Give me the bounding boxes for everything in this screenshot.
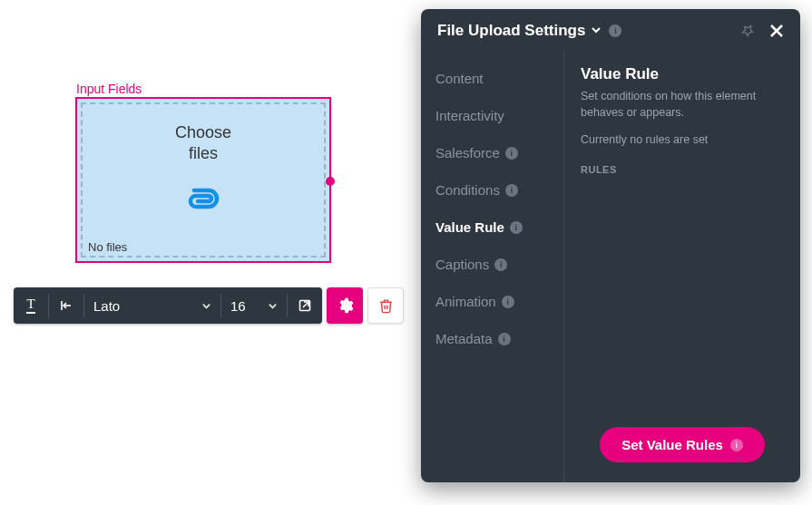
tab-animation[interactable]: Animationi bbox=[421, 285, 563, 318]
info-icon[interactable]: i bbox=[609, 24, 621, 37]
canvas-group-label: Input Fields bbox=[76, 82, 142, 96]
font-family-value: Lato bbox=[93, 298, 120, 314]
tab-interactivity[interactable]: Interactivity bbox=[421, 99, 563, 132]
chevron-down-icon bbox=[268, 298, 278, 314]
file-upload-widget[interactable]: Choose files No files bbox=[75, 97, 331, 263]
info-icon: i bbox=[510, 221, 523, 234]
content-description: Set conditions on how this element behav… bbox=[581, 89, 784, 121]
panel-header: File Upload Settings i bbox=[421, 9, 800, 51]
panel-tab-list: Content Interactivity Salesforcei Condit… bbox=[421, 51, 564, 482]
settings-panel: File Upload Settings i Content Interacti… bbox=[421, 9, 800, 482]
text-style-button[interactable]: T bbox=[14, 297, 48, 314]
close-button[interactable] bbox=[766, 20, 788, 42]
font-size-select[interactable]: 16 bbox=[221, 298, 287, 314]
delete-button[interactable] bbox=[367, 287, 404, 324]
choose-files-label-line2: files bbox=[189, 143, 218, 164]
tab-salesforce[interactable]: Salesforcei bbox=[421, 136, 563, 170]
pin-button[interactable] bbox=[737, 20, 758, 42]
attachment-icon bbox=[185, 185, 221, 216]
panel-title-text: File Upload Settings bbox=[437, 22, 585, 40]
font-size-value: 16 bbox=[230, 298, 246, 314]
tab-conditions[interactable]: Conditionsi bbox=[421, 173, 563, 207]
info-icon: i bbox=[730, 439, 743, 452]
info-icon: i bbox=[502, 296, 514, 308]
rules-status: Currently no rules are set bbox=[581, 133, 784, 146]
panel-title-dropdown[interactable]: File Upload Settings bbox=[437, 22, 602, 40]
open-external-button[interactable] bbox=[288, 298, 322, 313]
tab-captions[interactable]: Captionsi bbox=[421, 248, 563, 281]
info-icon: i bbox=[498, 333, 511, 345]
svg-line-3 bbox=[303, 302, 308, 307]
info-icon: i bbox=[505, 147, 518, 160]
chevron-down-icon bbox=[591, 24, 602, 38]
info-icon: i bbox=[494, 258, 507, 271]
set-value-rules-button[interactable]: Set Value Rules i bbox=[600, 427, 765, 462]
chevron-down-icon bbox=[201, 298, 211, 314]
tab-metadata[interactable]: Metadatai bbox=[421, 322, 563, 355]
rules-section-label: RULES bbox=[581, 164, 784, 175]
set-value-rules-label: Set Value Rules bbox=[621, 437, 723, 452]
element-toolbar: T Lato 16 bbox=[14, 287, 404, 324]
content-heading: Value Rule bbox=[581, 65, 784, 83]
tab-content[interactable]: Content bbox=[421, 62, 563, 95]
tab-value-rule[interactable]: Value Rulei bbox=[421, 210, 563, 244]
choose-files-label-line1: Choose bbox=[175, 122, 231, 143]
settings-button[interactable] bbox=[327, 287, 363, 324]
panel-content: Value Rule Set conditions on how this el… bbox=[564, 51, 800, 482]
font-family-select[interactable]: Lato bbox=[84, 298, 220, 314]
align-left-button[interactable] bbox=[49, 298, 83, 313]
info-icon: i bbox=[505, 184, 518, 197]
resize-handle-right[interactable] bbox=[326, 177, 335, 186]
no-files-label: No files bbox=[88, 240, 127, 254]
